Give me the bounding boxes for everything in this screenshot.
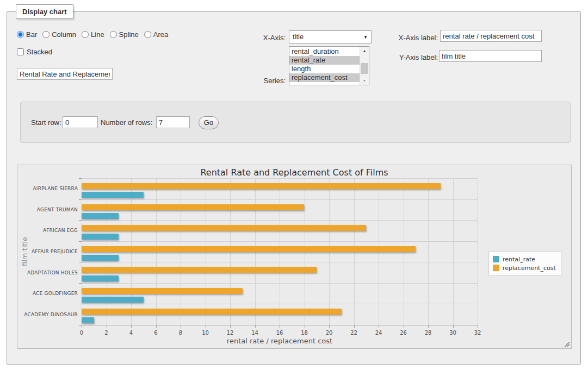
legend-label: replacement_cost <box>503 265 556 272</box>
legend-swatch-rental_rate <box>493 256 499 262</box>
scroll-up-icon[interactable]: ▲ <box>360 47 369 55</box>
x-tick-label: 6 <box>149 330 163 336</box>
x-axis-select[interactable]: title ▼ <box>289 30 372 43</box>
chart-type-radio-column[interactable] <box>42 31 49 38</box>
bar-rental_rate[interactable] <box>82 275 119 281</box>
x-tick-label: 22 <box>347 330 361 336</box>
series-caption: Series: <box>245 77 286 85</box>
legend-item-rental_rate[interactable]: rental_rate <box>493 255 556 264</box>
gridline-y <box>82 220 478 221</box>
chart-type-radio-area[interactable] <box>144 31 151 38</box>
bar-replacement_cost[interactable] <box>82 225 366 231</box>
display-chart-fieldset: Display chart BarColumnLineSplineArea St… <box>7 11 581 365</box>
series-option-rental_duration[interactable]: rental_duration <box>289 47 360 56</box>
start-row-input[interactable] <box>63 116 98 128</box>
series-option-rental_rate[interactable]: rental_rate <box>289 56 360 65</box>
x-axis-label-caption: X-Axis label: <box>388 34 438 42</box>
x-axis-label-input[interactable] <box>440 30 542 42</box>
bar-replacement_cost[interactable] <box>82 246 416 252</box>
bar-rental_rate[interactable] <box>82 192 144 198</box>
plot-area: 02468101214161820222426283032AIRPLANE SI… <box>82 178 478 325</box>
chart-type-option-area[interactable]: Area <box>144 30 168 39</box>
gridline-y <box>82 325 478 325</box>
stacked-label: Stacked <box>27 48 52 56</box>
gridline-x <box>453 178 454 325</box>
x-axis-caption: X-Axis: <box>245 34 286 42</box>
resize-handle-icon[interactable] <box>564 341 570 347</box>
y-tick-mark <box>79 220 82 221</box>
bar-replacement_cost[interactable] <box>82 267 317 273</box>
y-axis-label-input[interactable] <box>439 50 542 62</box>
series-list-scrollbar[interactable]: ▲ ▼ <box>360 47 369 85</box>
number-of-rows-input[interactable] <box>156 116 190 128</box>
chart-container: Rental Rate and Replacement Cost of Film… <box>17 165 572 349</box>
category-label: AIRPLANE SIERRA <box>12 186 78 191</box>
series-option-replacement_cost[interactable]: replacement_cost <box>289 73 360 82</box>
legend-swatch-replacement_cost <box>493 265 499 271</box>
gridline-y <box>82 199 478 200</box>
bar-replacement_cost[interactable] <box>82 204 304 210</box>
x-tick-label: 2 <box>100 330 114 336</box>
chart-title-input[interactable] <box>17 68 113 80</box>
x-axis-selected-value: title <box>293 33 304 41</box>
start-row-caption: Start row: <box>31 118 61 127</box>
chart-type-label-spline: Spline <box>119 30 139 39</box>
legend-item-replacement_cost[interactable]: replacement_cost <box>493 264 556 272</box>
scroll-down-icon[interactable]: ▼ <box>360 77 369 85</box>
scrollbar-thumb[interactable] <box>361 63 368 74</box>
gridline-y <box>82 283 478 284</box>
bar-rental_rate[interactable] <box>82 317 94 323</box>
stacked-checkbox[interactable] <box>17 48 24 55</box>
x-tick-label: 28 <box>421 330 435 336</box>
chart-type-radio-spline[interactable] <box>110 31 117 38</box>
y-tick-mark <box>79 178 82 179</box>
bar-rental_rate[interactable] <box>82 255 119 261</box>
stacked-checkbox-row[interactable]: Stacked <box>17 48 52 56</box>
x-tick-label: 4 <box>124 330 138 336</box>
chart-type-option-line[interactable]: Line <box>82 30 104 39</box>
x-axis-title: rental rate / replacement cost <box>82 337 478 345</box>
y-tick-mark <box>79 304 82 304</box>
chart-type-label-column: Column <box>52 30 76 39</box>
x-tick-label: 32 <box>471 330 485 336</box>
chart-type-label-bar: Bar <box>26 30 37 39</box>
chart-type-option-spline[interactable]: Spline <box>110 30 139 39</box>
series-option-length[interactable]: length <box>289 65 360 73</box>
x-tick-label: 8 <box>174 330 188 336</box>
chart-legend: rental_ratereplacement_cost <box>488 251 561 276</box>
series-multiselect[interactable]: rental_durationrental_ratelengthreplacem… <box>289 46 369 85</box>
y-tick-mark <box>79 241 82 242</box>
bar-rental_rate[interactable] <box>82 234 119 240</box>
bar-replacement_cost[interactable] <box>82 288 243 294</box>
x-tick-label: 24 <box>372 330 386 336</box>
bar-replacement_cost[interactable] <box>82 183 441 189</box>
chart-type-label-area: Area <box>153 30 168 39</box>
chart-type-radio-bar[interactable] <box>17 31 24 38</box>
x-tick-mark <box>478 325 478 328</box>
y-tick-mark <box>79 199 82 200</box>
chart-title: Rental Rate and Replacement Cost of Film… <box>17 167 571 178</box>
chart-type-radio-line[interactable] <box>82 31 89 38</box>
y-axis-title: film title <box>21 224 29 279</box>
y-axis-label-caption: Y-Axis label: <box>388 53 438 61</box>
x-tick-label: 26 <box>397 330 411 336</box>
bar-replacement_cost[interactable] <box>82 309 342 315</box>
chart-type-option-column[interactable]: Column <box>42 30 76 39</box>
x-tick-label: 14 <box>248 330 262 336</box>
gridline-y <box>82 178 478 179</box>
category-label: ACE GOLDFINGER <box>12 291 78 296</box>
gridline-y <box>82 304 478 304</box>
x-tick-label: 18 <box>298 330 312 336</box>
chart-type-option-bar[interactable]: Bar <box>17 30 37 39</box>
bar-rental_rate[interactable] <box>82 297 144 303</box>
bar-rental_rate[interactable] <box>82 213 119 219</box>
series-options: rental_durationrental_ratelengthreplacem… <box>289 47 360 85</box>
number-of-rows-caption: Number of rows: <box>101 118 152 127</box>
y-tick-mark <box>79 283 82 284</box>
x-tick-label: 16 <box>273 330 287 336</box>
fieldset-legend: Display chart <box>16 4 73 19</box>
go-button[interactable]: Go <box>199 116 219 129</box>
gridline-x <box>478 178 478 325</box>
category-label: ACADEMY DINOSAUR <box>12 312 78 317</box>
category-label: AGENT TRUMAN <box>12 207 78 212</box>
